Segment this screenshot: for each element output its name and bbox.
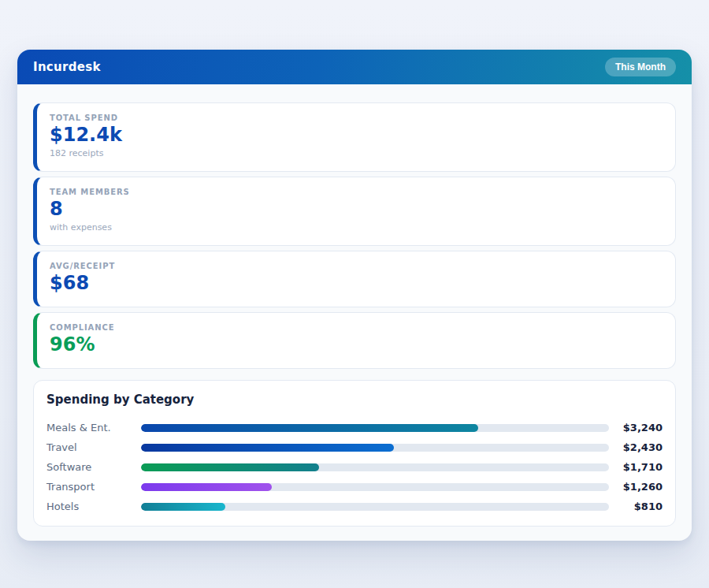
category-amount: $1,710 <box>609 461 663 473</box>
category-amount: $3,240 <box>609 422 663 434</box>
stat-value: 96% <box>50 334 663 356</box>
category-row-transport: Transport $1,260 <box>46 477 663 497</box>
bar-fill <box>141 463 319 471</box>
stat-value: $12.4k <box>50 125 663 147</box>
category-card-title: Spending by Category <box>46 393 663 407</box>
app-window: Incurdesk This Month TOTAL SPEND $12.4k … <box>17 50 692 541</box>
stat-label: TOTAL SPEND <box>50 114 663 122</box>
stat-label: COMPLIANCE <box>50 323 663 332</box>
bar-track <box>141 444 609 452</box>
bar-track <box>141 503 609 511</box>
category-label: Meals & Ent. <box>46 422 141 434</box>
category-label: Software <box>46 461 141 473</box>
bar-fill <box>141 444 394 452</box>
stat-subtext: with expenses <box>50 222 663 233</box>
stat-card-compliance: COMPLIANCE 96% <box>33 312 676 369</box>
period-badge[interactable]: This Month <box>605 58 676 76</box>
stat-card-avg-receipt: AVG/RECEIPT $68 <box>33 251 676 307</box>
category-amount: $1,260 <box>609 481 663 493</box>
stat-value: $68 <box>50 273 663 295</box>
category-row-software: Software $1,710 <box>46 457 663 477</box>
category-label: Travel <box>46 441 141 453</box>
stat-label: TEAM MEMBERS <box>50 188 663 196</box>
category-label: Hotels <box>46 501 141 512</box>
category-label: Transport <box>46 481 141 493</box>
bar-track <box>141 483 609 491</box>
category-amount: $810 <box>609 501 663 512</box>
dashboard-content: TOTAL SPEND $12.4k 182 receipts TEAM MEM… <box>17 84 692 541</box>
stat-value: 8 <box>50 199 663 221</box>
bar-track <box>141 424 609 432</box>
stat-card-total-spend: TOTAL SPEND $12.4k 182 receipts <box>33 102 676 172</box>
category-amount: $2,430 <box>609 441 663 453</box>
stat-label: AVG/RECEIPT <box>50 262 663 270</box>
category-row-meals: Meals & Ent. $3,240 <box>46 418 663 437</box>
bar-fill <box>141 424 478 432</box>
bar-track <box>141 463 609 471</box>
app-header: Incurdesk This Month <box>17 50 692 84</box>
category-row-travel: Travel $2,430 <box>46 437 663 457</box>
stat-subtext: 182 receipts <box>50 148 663 158</box>
stat-card-team-members: TEAM MEMBERS 8 with expenses <box>33 177 676 246</box>
spending-by-category-card: Spending by Category Meals & Ent. $3,240… <box>33 380 676 527</box>
bar-fill <box>141 503 225 511</box>
category-row-hotels: Hotels $810 <box>46 497 663 516</box>
app-title: Incurdesk <box>33 60 101 74</box>
bar-fill <box>141 483 272 491</box>
